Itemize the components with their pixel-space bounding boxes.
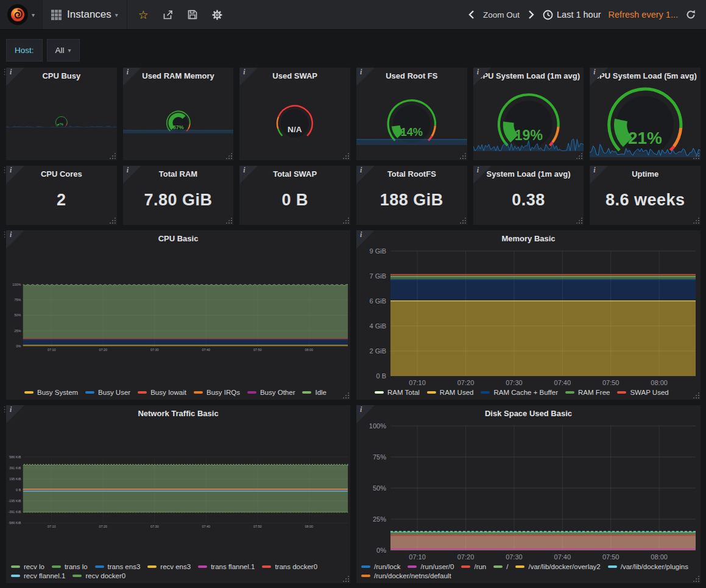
panel-title[interactable]: Uptime: [590, 166, 701, 182]
legend-item-busy-irqs[interactable]: Busy IRQs: [194, 389, 240, 396]
svg-text:07:30: 07:30: [506, 553, 523, 561]
star-dashboard-icon[interactable]: ☆: [138, 8, 149, 22]
row-drag-handle[interactable]: ⋮: [1, 232, 5, 238]
legend-label: recv lo: [24, 563, 44, 570]
legend-item-busy-iowait[interactable]: Busy Iowait: [138, 389, 186, 396]
info-glyph: i: [10, 166, 12, 175]
svg-text:4 GiB: 4 GiB: [369, 322, 386, 330]
legend-item-idle[interactable]: Idle: [302, 389, 327, 396]
legend-label: trans ens3: [108, 563, 141, 570]
legend-item-run-user-0[interactable]: /run/user/0: [408, 563, 454, 570]
panel-title[interactable]: Network Traffic Basic: [6, 405, 350, 421]
svg-text:7 GiB: 7 GiB: [369, 272, 386, 280]
svg-text:391 KiB: 391 KiB: [9, 466, 21, 470]
legend-item-var-lib-docker-overlay2[interactable]: /var/lib/docker/overlay2: [515, 563, 600, 570]
chart-legend: /run/lock/run/user/0/run//var/lib/docker…: [356, 562, 701, 583]
dashboard-picker[interactable]: Instances ▾: [43, 0, 127, 29]
legend-item-run-docker-netns-default[interactable]: /run/docker/netns/default: [361, 572, 451, 579]
host-variable-label: Host:: [6, 39, 43, 62]
save-dashboard-icon[interactable]: [187, 9, 198, 20]
legend-item-ram-total[interactable]: RAM Total: [375, 389, 420, 396]
panel-title[interactable]: CPU Cores: [6, 166, 117, 182]
legend-item-swap-used[interactable]: SWAP Used: [617, 389, 668, 396]
row-drag-handle[interactable]: ⋮: [1, 406, 5, 413]
time-range-picker[interactable]: Last 1 hour: [543, 10, 601, 20]
host-variable-dropdown[interactable]: All ▾: [47, 39, 80, 62]
legend-label: trans lo: [65, 563, 88, 570]
legend-item-busy-user[interactable]: Busy User: [85, 389, 130, 396]
legend-swatch: [52, 565, 61, 568]
chevron-left-icon[interactable]: [467, 10, 476, 19]
panel-title[interactable]: Memory Basic: [356, 230, 701, 246]
legend-swatch: [147, 565, 157, 568]
dashboard-actions: ☆: [127, 0, 234, 29]
panel-title[interactable]: Total RAM: [123, 166, 234, 182]
legend-item-recv-docker0[interactable]: recv docker0: [72, 572, 125, 579]
svg-text:07:50: 07:50: [602, 553, 620, 561]
dashboard-caret-icon: ▾: [115, 12, 118, 18]
row-drag-handle[interactable]: ⋮: [1, 69, 5, 75]
legend-swatch: [515, 565, 524, 568]
zoom-out-button[interactable]: Zoom Out: [483, 10, 520, 19]
panel-title[interactable]: Total RootFS: [356, 166, 467, 182]
svg-text:-391 KiB: -391 KiB: [8, 510, 21, 514]
gauge-panel-cpu-system-load-5m-avg: iCPU System Load (5m avg)21%: [590, 68, 701, 160]
row-drag-handle[interactable]: ⋮: [1, 167, 5, 173]
svg-text:07:30: 07:30: [150, 525, 159, 528]
info-glyph: i: [477, 166, 479, 175]
legend-item-run[interactable]: /run: [461, 563, 486, 570]
legend-item-trans-ens3[interactable]: trans ens3: [95, 563, 141, 570]
svg-text:08:00: 08:00: [305, 348, 314, 352]
legend-swatch: [138, 391, 147, 394]
panel-title[interactable]: CPU Basic: [6, 230, 350, 246]
stat-value: 2: [6, 182, 117, 225]
chart-panel-disk-space-used-basic: iDisk Space Used Basic0%25%50%75%100%07:…: [356, 405, 701, 583]
legend-item-busy-system[interactable]: Busy System: [24, 389, 78, 396]
gauge-panel-cpu-system-load-1m-avg: iCPU System Load (1m avg)19%: [473, 68, 584, 160]
chevron-right-icon[interactable]: [527, 10, 535, 19]
legend-item-x[interactable]: /: [493, 563, 508, 570]
panel-title[interactable]: CPU System Load (1m avg): [473, 68, 584, 83]
svg-text:07:40: 07:40: [202, 348, 210, 352]
refresh-icon[interactable]: [685, 9, 696, 20]
panel-title[interactable]: Disk Space Used Basic: [356, 405, 701, 421]
stat-panel-uptime: iUptime8.6 weeks: [590, 166, 701, 225]
legend-item-trans-flannel-1[interactable]: trans flannel.1: [198, 563, 255, 570]
svg-text:19%: 19%: [514, 127, 542, 143]
legend-label: Idle: [315, 389, 327, 396]
legend-item-recv-lo[interactable]: recv lo: [11, 563, 44, 570]
legend-item-ram-free[interactable]: RAM Free: [565, 389, 610, 396]
legend-item-var-lib-docker-plugins[interactable]: /var/lib/docker/plugins: [608, 563, 688, 570]
legend-item-recv-ens3[interactable]: recv ens3: [147, 563, 191, 570]
panel-title[interactable]: System Load (1m avg): [473, 166, 584, 182]
legend-item-trans-lo[interactable]: trans lo: [52, 563, 88, 570]
legend-item-ram-used[interactable]: RAM Used: [427, 389, 474, 396]
panel-title[interactable]: Used Root FS: [356, 68, 467, 83]
settings-gear-icon[interactable]: [211, 9, 223, 21]
stat-panel-total-ram: iTotal RAM7.80 GiB: [123, 166, 234, 225]
legend-item-trans-docker0[interactable]: trans docker0: [262, 563, 317, 570]
info-glyph: i: [243, 68, 245, 77]
legend-item-recv-flannel-1[interactable]: recv flannel.1: [11, 572, 65, 579]
legend-swatch: [302, 391, 311, 394]
panel-title[interactable]: Total SWAP: [239, 166, 350, 182]
panel-title[interactable]: Used SWAP: [239, 68, 350, 83]
info-glyph: i: [593, 68, 595, 77]
legend-item-run-lock[interactable]: /run/lock: [361, 563, 400, 570]
share-dashboard-icon[interactable]: [162, 9, 174, 21]
panel-title[interactable]: CPU System Load (5m avg): [590, 68, 701, 83]
panel-title[interactable]: Used RAM Memory: [123, 68, 234, 83]
legend-item-ram-cache-buffer[interactable]: RAM Cache + Buffer: [481, 389, 558, 396]
svg-text:07:10: 07:10: [409, 553, 426, 561]
panel-title[interactable]: CPU Busy: [6, 68, 117, 83]
legend-item-busy-other[interactable]: Busy Other: [247, 389, 295, 396]
grafana-menu[interactable]: ▾: [0, 0, 43, 29]
gauge-chart: 7%: [6, 83, 117, 160]
chart-plot-disk: 0%25%50%75%100%07:1007:2007:3007:4007:50…: [356, 421, 701, 562]
legend-swatch: [427, 391, 436, 394]
legend-swatch: [194, 391, 203, 394]
legend-label: /: [506, 563, 508, 570]
refresh-interval-picker[interactable]: Refresh every 1...: [609, 10, 678, 19]
legend-label: /run/user/0: [420, 563, 454, 570]
svg-text:07:40: 07:40: [554, 553, 571, 561]
